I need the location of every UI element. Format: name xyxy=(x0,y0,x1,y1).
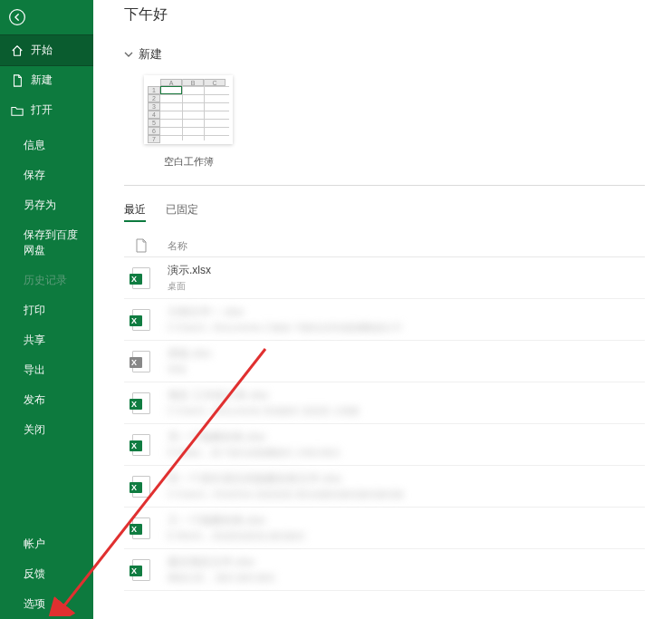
excel-file-icon xyxy=(131,350,151,373)
excel-file-icon xyxy=(131,266,151,290)
side-item-label: 打印 xyxy=(24,303,45,318)
side-account[interactable]: 帐户 xyxy=(0,529,93,559)
chevron-down-icon xyxy=(124,50,133,59)
back-arrow-icon xyxy=(8,8,26,26)
side-history[interactable]: 历史记录 xyxy=(0,266,93,295)
file-name: 示例文件一.xlsx xyxy=(168,305,402,320)
side-export[interactable]: 导出 xyxy=(0,355,93,385)
file-location: C:\Users\...\Documents 其他路径 某某某 示例路 xyxy=(168,405,360,418)
file-name: 演示.xlsx xyxy=(168,263,211,278)
excel-file-icon xyxy=(131,558,151,582)
file-location: C:\Users\...\OneDrive 某某某某 很长的路径路径路径路径路 xyxy=(168,488,404,501)
side-item-label: 选项 xyxy=(24,596,45,612)
recent-file-row[interactable]: 另一个隐藏名称.xlsx D:\Data\... 某个较长的隐藏路径 示例示例示 xyxy=(124,424,645,466)
tmpl-blank[interactable]: A B C 1234567 空白工作簿 xyxy=(144,75,233,169)
file-generic-icon xyxy=(131,238,151,253)
list-header: 名称 xyxy=(124,235,645,257)
file-location: E:\Work\... 其他其他其他 路径路径 xyxy=(168,530,305,543)
side-print[interactable]: 打印 xyxy=(0,295,93,325)
recent-file-row[interactable]: 项目 工作统计表.xlsx C:\Users\...\Documents 其他路… xyxy=(124,382,645,424)
recent-file-row[interactable]: 又一个隐藏名称.xlsx E:\Work\... 其他其他其他 路径路径 xyxy=(124,508,645,549)
divider xyxy=(124,185,645,186)
file-name: 最后项目文件.xlsx xyxy=(168,555,275,570)
home-icon xyxy=(11,44,24,57)
side-item-label: 历史记录 xyxy=(24,273,67,288)
recent-file-row[interactable]: 演示.xlsx 桌面 xyxy=(124,257,645,299)
side-save[interactable]: 保存 xyxy=(0,160,93,190)
tab-recent[interactable]: 最近 xyxy=(124,202,146,222)
recent-file-row[interactable]: 示例文件一.xlsx C:\Users\...\Documents 已修改 可能… xyxy=(124,299,645,341)
backstage-sidebar: 开始新建打开 信息保存另存为保存到百度网盘历史记录打印共享导出发布关闭 帐户反馈… xyxy=(0,0,93,619)
side-item-label: 开始 xyxy=(31,43,53,58)
side-item-label: 另存为 xyxy=(24,198,56,213)
side-item-label: 共享 xyxy=(24,333,45,348)
excel-file-icon xyxy=(131,392,151,415)
file-location: 桌面 xyxy=(168,280,211,293)
section-new-header[interactable]: 新建 xyxy=(124,46,672,63)
file-name: 又一个隐藏名称.xlsx xyxy=(168,513,305,528)
side-info[interactable]: 信息 xyxy=(0,131,93,160)
side-item-label: 保存到百度网盘 xyxy=(24,227,82,258)
section-new-label: 新建 xyxy=(139,46,162,63)
side-item-label: 反馈 xyxy=(24,566,45,582)
excel-file-icon xyxy=(131,517,151,540)
file-location: C:\Users\...\Documents 已修改 可能包含其他隐藏数据文字 xyxy=(168,322,402,334)
excel-file-icon xyxy=(131,308,151,332)
excel-file-icon xyxy=(131,475,151,498)
side-publish[interactable]: 发布 xyxy=(0,385,93,415)
side-start[interactable]: 开始 xyxy=(0,35,93,65)
side-close[interactable]: 关闭 xyxy=(0,415,93,445)
side-item-label: 信息 xyxy=(24,138,45,153)
file-location: 网络位置 ... 路径 路径 路径 xyxy=(168,572,275,585)
side-item-label: 帐户 xyxy=(24,537,45,552)
greeting-text: 下午好 xyxy=(124,5,672,24)
recent-file-row[interactable]: 再一个很长很长的隐藏名称文件.xlsx C:\Users\...\OneDriv… xyxy=(124,466,645,508)
side-item-label: 导出 xyxy=(24,363,45,378)
tab-pinned[interactable]: 已固定 xyxy=(166,202,198,222)
recent-list: 名称 演示.xlsx 桌面 示例文件一.xlsx C:\Users\...\Do… xyxy=(124,235,645,591)
backstage-main: 下午好 新建 A B C 1234567 空白工作簿 最近已固定 名称 xyxy=(93,0,672,619)
side-options[interactable]: 选项 xyxy=(0,589,93,619)
back-button[interactable] xyxy=(3,3,32,32)
side-item-label: 发布 xyxy=(24,392,45,408)
side-item-label: 打开 xyxy=(31,102,53,118)
template-thumbnail: A B C 1234567 xyxy=(144,75,233,144)
side-item-label: 关闭 xyxy=(24,422,45,438)
side-save-baidu[interactable]: 保存到百度网盘 xyxy=(0,220,93,266)
file-location: 本地 xyxy=(168,363,211,376)
side-share[interactable]: 共享 xyxy=(0,325,93,355)
folder-icon xyxy=(11,104,24,117)
excel-file-icon xyxy=(131,433,151,457)
col-name-label: 名称 xyxy=(168,239,187,253)
file-name: 表格.xlsx xyxy=(168,346,211,362)
side-saveas[interactable]: 另存为 xyxy=(0,190,93,220)
file-name: 再一个很长很长的隐藏名称文件.xlsx xyxy=(168,471,404,487)
side-new[interactable]: 新建 xyxy=(0,65,93,95)
svg-point-0 xyxy=(10,10,25,25)
side-item-label: 新建 xyxy=(31,73,53,88)
side-open[interactable]: 打开 xyxy=(0,95,93,125)
file-location: D:\Data\... 某个较长的隐藏路径 示例示例示 xyxy=(168,447,341,459)
recent-file-row[interactable]: 最后项目文件.xlsx 网络位置 ... 路径 路径 路径 xyxy=(124,549,645,591)
side-item-label: 保存 xyxy=(24,168,45,183)
file-name: 项目 工作统计表.xlsx xyxy=(168,388,360,403)
recent-file-row[interactable]: 表格.xlsx 本地 xyxy=(124,341,645,382)
side-feedback[interactable]: 反馈 xyxy=(0,559,93,589)
file-name: 另一个隐藏名称.xlsx xyxy=(168,430,341,445)
doc-icon xyxy=(11,74,24,87)
template-label: 空白工作簿 xyxy=(144,155,233,169)
